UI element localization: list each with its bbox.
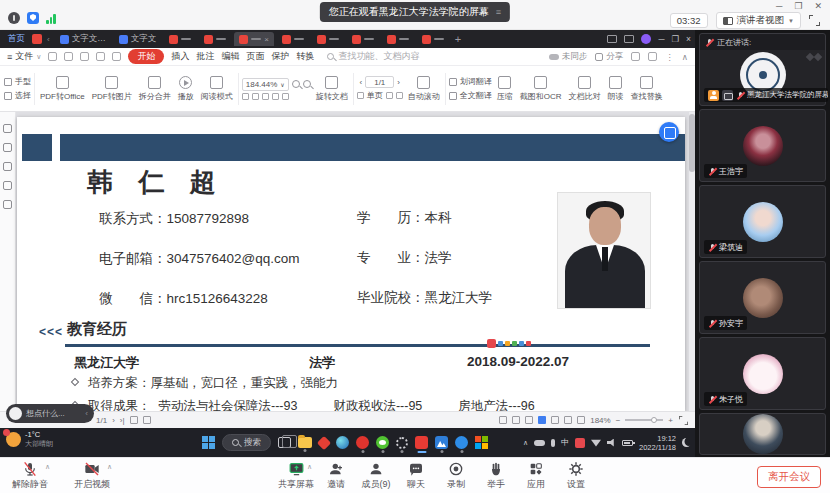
- fit-screen-icon[interactable]: [679, 416, 688, 425]
- participant-tile[interactable]: [699, 413, 826, 455]
- scrollbar-thumb[interactable]: [689, 114, 695, 172]
- read-aloud-button[interactable]: 朗读: [606, 76, 626, 102]
- red-diamond-app-icon[interactable]: [319, 438, 329, 448]
- unmute-button[interactable]: ∧ 解除静音: [8, 461, 52, 491]
- hand-tool-button[interactable]: 手型: [4, 76, 31, 87]
- comment-icon[interactable]: [3, 162, 12, 171]
- find-replace-button[interactable]: 查找替换: [629, 76, 665, 102]
- save-icon[interactable]: [64, 52, 73, 61]
- zoom-slider-knob[interactable]: [651, 417, 657, 423]
- participant-tile[interactable]: 梁筑迪: [699, 185, 826, 258]
- wps-promo-icon[interactable]: [32, 34, 42, 44]
- menu-start[interactable]: 开始: [128, 49, 164, 64]
- share-screen-button[interactable]: ∧ 共享屏幕: [278, 461, 314, 491]
- tab-doc-1[interactable]: 文字文…: [55, 32, 111, 46]
- participant-tile-sharing[interactable]: 正在讲话: 黑龙江大学法学院的屏幕共享: [699, 33, 826, 106]
- meeting-info-icon[interactable]: [8, 12, 20, 24]
- undo-icon[interactable]: [96, 52, 105, 61]
- resume-page[interactable]: 韩 仁 超 联系方式：15087792898 电子邮箱：3047576402@q…: [17, 117, 685, 411]
- start-video-button[interactable]: ∧ 开启视频: [70, 461, 114, 491]
- workspace-icon[interactable]: [607, 35, 617, 43]
- record-button[interactable]: 录制: [438, 461, 474, 491]
- stamp-icon[interactable]: [3, 200, 12, 209]
- chevron-up-icon[interactable]: ∧: [307, 463, 312, 471]
- pdf-to-office-button[interactable]: PDF转Office: [38, 76, 87, 102]
- redo-icon[interactable]: [112, 52, 121, 61]
- full-translate-button[interactable]: 全文翻译: [449, 90, 492, 101]
- chevron-up-icon[interactable]: ∧: [107, 463, 112, 471]
- continuous-icon[interactable]: [396, 92, 403, 99]
- scrollbar-track[interactable]: [689, 112, 695, 411]
- maximize-icon[interactable]: ❐: [794, 1, 802, 11]
- page-indicator[interactable]: 1/1: [365, 76, 394, 88]
- assistant-bubble[interactable]: 想点什么... ‹: [6, 404, 94, 423]
- participant-tile[interactable]: 王浩宇: [699, 109, 826, 182]
- next-page-icon[interactable]: ›: [112, 416, 115, 425]
- rotate-left-icon[interactable]: [272, 93, 279, 100]
- screenshot-ocr-button[interactable]: 截图和OCR: [518, 76, 564, 102]
- tab-close-icon[interactable]: ×: [264, 35, 269, 44]
- network-signal-icon[interactable]: [46, 13, 56, 24]
- auto-scroll-button[interactable]: 自动滚动: [406, 76, 442, 102]
- tab-pdf[interactable]: [347, 32, 379, 46]
- minimize-icon[interactable]: ─: [776, 1, 782, 11]
- view-mode-icon[interactable]: [577, 416, 585, 424]
- collapse-left-icon[interactable]: ‹: [85, 409, 88, 418]
- select-tool-button[interactable]: 选择: [4, 90, 31, 101]
- read-mode-button[interactable]: 阅读模式: [199, 76, 235, 102]
- wps-maximize-icon[interactable]: ❐: [671, 34, 679, 44]
- mic-tray-icon[interactable]: [551, 439, 555, 447]
- menu-comment[interactable]: 批注: [196, 50, 214, 63]
- invite-button[interactable]: 邀请: [318, 461, 354, 491]
- blue-circle-app-icon[interactable]: [455, 436, 468, 449]
- bookmark-icon[interactable]: [3, 124, 12, 133]
- double-page-icon[interactable]: [386, 92, 393, 99]
- tab-pdf[interactable]: [382, 32, 414, 46]
- menu-insert[interactable]: 插入: [171, 50, 189, 63]
- tab-pdf[interactable]: [417, 32, 449, 46]
- wifi-icon[interactable]: [591, 439, 601, 447]
- taskbar-search[interactable]: 搜索: [222, 434, 271, 451]
- tab-home[interactable]: 首页: [4, 33, 29, 45]
- hidden-icons-chevron[interactable]: ∧: [523, 439, 528, 447]
- tab-pdf[interactable]: [164, 32, 196, 46]
- zoom-minus-icon[interactable]: −: [616, 416, 621, 425]
- tab-doc-2[interactable]: 文字文: [114, 32, 162, 46]
- page-layout-icon[interactable]: [143, 416, 151, 424]
- open-icon[interactable]: [48, 52, 57, 61]
- clock[interactable]: 19:12 2022/11/18: [639, 434, 676, 452]
- zoom-value-select[interactable]: 184.44%∨: [242, 78, 289, 91]
- menu-convert[interactable]: 转换: [296, 50, 314, 63]
- task-view-button[interactable]: [278, 437, 291, 448]
- wps-app-icon[interactable]: [415, 436, 428, 449]
- settings-icon[interactable]: [631, 52, 640, 61]
- store-app-icon[interactable]: [475, 436, 488, 449]
- tab-pdf[interactable]: [277, 32, 309, 46]
- tab-list-icon[interactable]: [624, 35, 634, 43]
- rotate-doc-button[interactable]: 旋转文档: [314, 76, 350, 102]
- participant-tile[interactable]: 孙安宇: [699, 261, 826, 334]
- fit-page-icon[interactable]: [242, 93, 249, 100]
- compress-button[interactable]: 压缩: [495, 76, 515, 102]
- statusbar-zoom[interactable]: 184%: [590, 416, 610, 425]
- sync-status[interactable]: 未同步: [549, 51, 588, 63]
- collapse-ribbon-icon[interactable]: ∧: [682, 52, 688, 62]
- speaker-icon[interactable]: [607, 439, 616, 447]
- menu-protect[interactable]: 保护: [271, 50, 289, 63]
- single-page-button[interactable]: 单页: [367, 90, 383, 101]
- split-merge-button[interactable]: 拆分合并: [137, 76, 173, 102]
- participant-tile[interactable]: 朱子悦: [699, 337, 826, 410]
- members-button[interactable]: 成员(9): [358, 461, 394, 491]
- pdf-to-image-button[interactable]: PDF转图片: [90, 76, 134, 102]
- doc-compare-button[interactable]: 文档比对: [567, 76, 603, 102]
- chat-button[interactable]: 聊天: [398, 461, 434, 491]
- more-icon[interactable]: ⋮: [665, 52, 674, 62]
- new-tab-icon[interactable]: +: [452, 33, 464, 45]
- photos-app-icon[interactable]: [435, 436, 448, 449]
- view-mode-selector[interactable]: 演讲者视图 ▼: [716, 12, 801, 29]
- prev-page-icon[interactable]: ‹: [360, 78, 363, 87]
- share-button[interactable]: 分享: [595, 51, 623, 63]
- start-button[interactable]: [202, 436, 215, 449]
- view-mode-icon[interactable]: [551, 416, 559, 424]
- tab-pdf[interactable]: [199, 32, 231, 46]
